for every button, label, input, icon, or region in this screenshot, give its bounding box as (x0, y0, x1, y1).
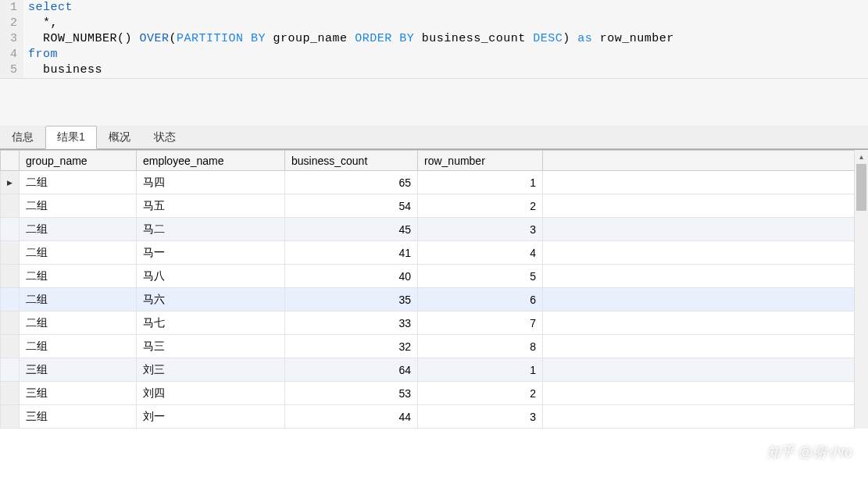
cell-employee_name[interactable]: 马五 (137, 194, 285, 218)
row-marker-header (1, 151, 20, 171)
cell-row_number[interactable]: 5 (418, 265, 543, 288)
line-number: 1 (0, 0, 23, 16)
table-row[interactable]: 二组马三328 (1, 335, 868, 358)
column-spacer (543, 151, 868, 171)
cell-business_count[interactable]: 41 (285, 241, 418, 265)
table-row[interactable]: 三组刘三641 (1, 358, 868, 382)
table-row[interactable]: 三组刘一443 (1, 405, 868, 429)
table-row[interactable]: 二组马四651 (1, 171, 868, 194)
cell-group_name[interactable]: 三组 (20, 405, 137, 429)
table-row[interactable]: 二组马八405 (1, 265, 868, 288)
row-marker (1, 265, 20, 288)
code-line[interactable]: 3 ROW_NUMBER() OVER(PARTITION BY group_n… (0, 31, 868, 47)
scroll-up-button[interactable]: ▴ (855, 150, 868, 164)
code-line[interactable]: 1select (0, 0, 868, 16)
row-marker (1, 311, 20, 335)
code-content[interactable]: from (23, 47, 58, 62)
watermark: 知乎 @谢小to (766, 443, 852, 461)
tab-信息[interactable]: 信息 (0, 126, 45, 148)
code-content[interactable]: *, (23, 16, 58, 31)
cell-row_number[interactable]: 8 (418, 335, 543, 358)
cell-group_name[interactable]: 二组 (20, 288, 137, 311)
cell-employee_name[interactable]: 刘三 (137, 358, 285, 382)
table-row[interactable]: 二组马五542 (1, 194, 868, 218)
cell-row_number[interactable]: 7 (418, 311, 543, 335)
cell-business_count[interactable]: 44 (285, 405, 418, 429)
cell-business_count[interactable]: 64 (285, 358, 418, 382)
cell-row_number[interactable]: 2 (418, 382, 543, 405)
row-marker (1, 335, 20, 358)
cell-business_count[interactable]: 33 (285, 311, 418, 335)
code-line[interactable]: 4from (0, 47, 868, 62)
cell-row_number[interactable]: 1 (418, 358, 543, 382)
cell-employee_name[interactable]: 马一 (137, 241, 285, 265)
code-line[interactable]: 5 business (0, 62, 868, 78)
cell-employee_name[interactable]: 马四 (137, 171, 285, 194)
cell-employee_name[interactable]: 刘四 (137, 382, 285, 405)
cell-row_number[interactable]: 2 (418, 194, 543, 218)
code-content[interactable]: select (23, 0, 73, 16)
cell-spacer (543, 405, 868, 429)
cell-group_name[interactable]: 三组 (20, 358, 137, 382)
cell-business_count[interactable]: 32 (285, 335, 418, 358)
column-header-group_name[interactable]: group_name (20, 151, 137, 171)
cell-spacer (543, 382, 868, 405)
table-row[interactable]: 三组刘四532 (1, 382, 868, 405)
cell-business_count[interactable]: 65 (285, 171, 418, 194)
table-row[interactable]: 二组马一414 (1, 241, 868, 265)
cell-group_name[interactable]: 二组 (20, 265, 137, 288)
cell-group_name[interactable]: 三组 (20, 382, 137, 405)
cell-group_name[interactable]: 二组 (20, 241, 137, 265)
cell-row_number[interactable]: 3 (418, 218, 543, 241)
cell-row_number[interactable]: 3 (418, 405, 543, 429)
cell-employee_name[interactable]: 刘一 (137, 405, 285, 429)
cell-row_number[interactable]: 1 (418, 171, 543, 194)
row-marker (1, 194, 20, 218)
vertical-scrollbar[interactable]: ▴ (854, 150, 868, 429)
tab-结果1[interactable]: 结果1 (45, 126, 97, 149)
code-content[interactable]: business (23, 62, 102, 78)
cell-business_count[interactable]: 35 (285, 288, 418, 311)
cell-spacer (543, 311, 868, 335)
cell-employee_name[interactable]: 马七 (137, 311, 285, 335)
cell-group_name[interactable]: 二组 (20, 218, 137, 241)
cell-spacer (543, 241, 868, 265)
cell-employee_name[interactable]: 马三 (137, 335, 285, 358)
cell-group_name[interactable]: 二组 (20, 171, 137, 194)
row-marker (1, 241, 20, 265)
code-content[interactable]: ROW_NUMBER() OVER(PARTITION BY group_nam… (23, 31, 674, 47)
column-header-business_count[interactable]: business_count (285, 151, 418, 171)
cell-business_count[interactable]: 45 (285, 218, 418, 241)
cell-employee_name[interactable]: 马六 (137, 288, 285, 311)
cell-employee_name[interactable]: 马八 (137, 265, 285, 288)
table-row[interactable]: 二组马二453 (1, 218, 868, 241)
cell-group_name[interactable]: 二组 (20, 311, 137, 335)
cell-spacer (543, 265, 868, 288)
line-number: 3 (0, 31, 23, 47)
column-header-employee_name[interactable]: employee_name (137, 151, 285, 171)
cell-spacer (543, 288, 868, 311)
tab-状态[interactable]: 状态 (142, 126, 188, 148)
cell-business_count[interactable]: 40 (285, 265, 418, 288)
cell-business_count[interactable]: 53 (285, 382, 418, 405)
tab-概况[interactable]: 概况 (97, 126, 142, 148)
cell-row_number[interactable]: 6 (418, 288, 543, 311)
code-line[interactable]: 2 *, (0, 16, 868, 31)
cell-spacer (543, 218, 868, 241)
scroll-thumb[interactable] (856, 164, 866, 211)
column-header-row_number[interactable]: row_number (418, 151, 543, 171)
cell-group_name[interactable]: 二组 (20, 194, 137, 218)
cell-employee_name[interactable]: 马二 (137, 218, 285, 241)
cell-spacer (543, 171, 868, 194)
cell-group_name[interactable]: 二组 (20, 335, 137, 358)
cell-spacer (543, 358, 868, 382)
cell-row_number[interactable]: 4 (418, 241, 543, 265)
table-row[interactable]: 二组马六356 (1, 288, 868, 311)
result-tabs: 信息结果1概况状态 (0, 126, 868, 149)
sql-editor[interactable]: 1select2 *,3 ROW_NUMBER() OVER(PARTITION… (0, 0, 868, 79)
row-marker (1, 288, 20, 311)
row-marker (1, 218, 20, 241)
results-grid[interactable]: group_nameemployee_namebusiness_countrow… (0, 150, 868, 429)
table-row[interactable]: 二组马七337 (1, 311, 868, 335)
cell-business_count[interactable]: 54 (285, 194, 418, 218)
